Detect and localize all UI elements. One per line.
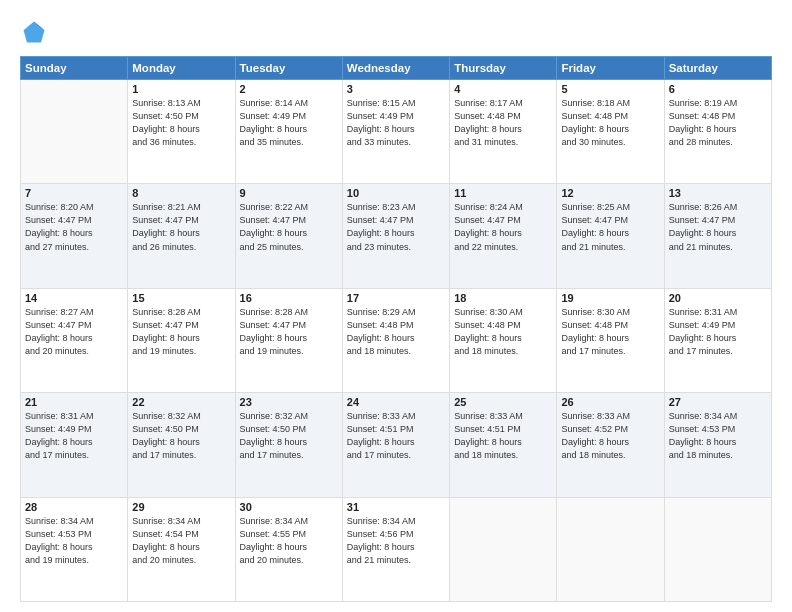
day-info: Sunrise: 8:32 AM Sunset: 4:50 PM Dayligh…: [240, 410, 338, 462]
calendar-cell: [664, 497, 771, 601]
day-info: Sunrise: 8:14 AM Sunset: 4:49 PM Dayligh…: [240, 97, 338, 149]
day-number: 27: [669, 396, 767, 408]
day-number: 5: [561, 83, 659, 95]
day-info: Sunrise: 8:13 AM Sunset: 4:50 PM Dayligh…: [132, 97, 230, 149]
weekday-header: Tuesday: [235, 57, 342, 80]
svg-marker-0: [24, 22, 45, 43]
day-number: 3: [347, 83, 445, 95]
calendar-cell: 5Sunrise: 8:18 AM Sunset: 4:48 PM Daylig…: [557, 80, 664, 184]
calendar-cell: 26Sunrise: 8:33 AM Sunset: 4:52 PM Dayli…: [557, 393, 664, 497]
day-number: 29: [132, 501, 230, 513]
calendar-cell: 16Sunrise: 8:28 AM Sunset: 4:47 PM Dayli…: [235, 288, 342, 392]
day-info: Sunrise: 8:19 AM Sunset: 4:48 PM Dayligh…: [669, 97, 767, 149]
calendar-cell: 8Sunrise: 8:21 AM Sunset: 4:47 PM Daylig…: [128, 184, 235, 288]
logo-icon: [20, 18, 48, 46]
calendar-cell: 27Sunrise: 8:34 AM Sunset: 4:53 PM Dayli…: [664, 393, 771, 497]
calendar-cell: 28Sunrise: 8:34 AM Sunset: 4:53 PM Dayli…: [21, 497, 128, 601]
day-info: Sunrise: 8:27 AM Sunset: 4:47 PM Dayligh…: [25, 306, 123, 358]
day-number: 31: [347, 501, 445, 513]
top-section: [20, 18, 772, 46]
day-number: 6: [669, 83, 767, 95]
day-number: 18: [454, 292, 552, 304]
calendar-cell: 22Sunrise: 8:32 AM Sunset: 4:50 PM Dayli…: [128, 393, 235, 497]
day-number: 24: [347, 396, 445, 408]
calendar-cell: 24Sunrise: 8:33 AM Sunset: 4:51 PM Dayli…: [342, 393, 449, 497]
day-info: Sunrise: 8:15 AM Sunset: 4:49 PM Dayligh…: [347, 97, 445, 149]
calendar-week-row: 14Sunrise: 8:27 AM Sunset: 4:47 PM Dayli…: [21, 288, 772, 392]
day-number: 7: [25, 187, 123, 199]
day-info: Sunrise: 8:26 AM Sunset: 4:47 PM Dayligh…: [669, 201, 767, 253]
calendar-header-row: SundayMondayTuesdayWednesdayThursdayFrid…: [21, 57, 772, 80]
logo: [20, 18, 52, 46]
day-info: Sunrise: 8:34 AM Sunset: 4:53 PM Dayligh…: [669, 410, 767, 462]
day-info: Sunrise: 8:17 AM Sunset: 4:48 PM Dayligh…: [454, 97, 552, 149]
calendar-week-row: 1Sunrise: 8:13 AM Sunset: 4:50 PM Daylig…: [21, 80, 772, 184]
page: SundayMondayTuesdayWednesdayThursdayFrid…: [0, 0, 792, 612]
calendar-week-row: 21Sunrise: 8:31 AM Sunset: 4:49 PM Dayli…: [21, 393, 772, 497]
calendar-cell: 2Sunrise: 8:14 AM Sunset: 4:49 PM Daylig…: [235, 80, 342, 184]
day-number: 4: [454, 83, 552, 95]
day-number: 15: [132, 292, 230, 304]
calendar-cell: 25Sunrise: 8:33 AM Sunset: 4:51 PM Dayli…: [450, 393, 557, 497]
day-info: Sunrise: 8:34 AM Sunset: 4:56 PM Dayligh…: [347, 515, 445, 567]
day-info: Sunrise: 8:34 AM Sunset: 4:54 PM Dayligh…: [132, 515, 230, 567]
calendar-cell: 21Sunrise: 8:31 AM Sunset: 4:49 PM Dayli…: [21, 393, 128, 497]
calendar-cell: 12Sunrise: 8:25 AM Sunset: 4:47 PM Dayli…: [557, 184, 664, 288]
day-info: Sunrise: 8:34 AM Sunset: 4:55 PM Dayligh…: [240, 515, 338, 567]
day-info: Sunrise: 8:28 AM Sunset: 4:47 PM Dayligh…: [132, 306, 230, 358]
calendar-table: SundayMondayTuesdayWednesdayThursdayFrid…: [20, 56, 772, 602]
day-number: 26: [561, 396, 659, 408]
day-info: Sunrise: 8:33 AM Sunset: 4:52 PM Dayligh…: [561, 410, 659, 462]
calendar-cell: 29Sunrise: 8:34 AM Sunset: 4:54 PM Dayli…: [128, 497, 235, 601]
calendar-cell: 9Sunrise: 8:22 AM Sunset: 4:47 PM Daylig…: [235, 184, 342, 288]
day-number: 22: [132, 396, 230, 408]
calendar-cell: 19Sunrise: 8:30 AM Sunset: 4:48 PM Dayli…: [557, 288, 664, 392]
day-number: 1: [132, 83, 230, 95]
weekday-header: Wednesday: [342, 57, 449, 80]
calendar-cell: 3Sunrise: 8:15 AM Sunset: 4:49 PM Daylig…: [342, 80, 449, 184]
calendar-cell: 13Sunrise: 8:26 AM Sunset: 4:47 PM Dayli…: [664, 184, 771, 288]
day-info: Sunrise: 8:28 AM Sunset: 4:47 PM Dayligh…: [240, 306, 338, 358]
day-info: Sunrise: 8:33 AM Sunset: 4:51 PM Dayligh…: [347, 410, 445, 462]
calendar-cell: 15Sunrise: 8:28 AM Sunset: 4:47 PM Dayli…: [128, 288, 235, 392]
day-info: Sunrise: 8:21 AM Sunset: 4:47 PM Dayligh…: [132, 201, 230, 253]
weekday-header: Sunday: [21, 57, 128, 80]
calendar-cell: [450, 497, 557, 601]
day-info: Sunrise: 8:30 AM Sunset: 4:48 PM Dayligh…: [561, 306, 659, 358]
calendar-cell: 31Sunrise: 8:34 AM Sunset: 4:56 PM Dayli…: [342, 497, 449, 601]
calendar-cell: 4Sunrise: 8:17 AM Sunset: 4:48 PM Daylig…: [450, 80, 557, 184]
calendar-cell: 11Sunrise: 8:24 AM Sunset: 4:47 PM Dayli…: [450, 184, 557, 288]
day-number: 17: [347, 292, 445, 304]
day-number: 25: [454, 396, 552, 408]
day-info: Sunrise: 8:30 AM Sunset: 4:48 PM Dayligh…: [454, 306, 552, 358]
day-info: Sunrise: 8:33 AM Sunset: 4:51 PM Dayligh…: [454, 410, 552, 462]
day-number: 11: [454, 187, 552, 199]
day-info: Sunrise: 8:24 AM Sunset: 4:47 PM Dayligh…: [454, 201, 552, 253]
day-info: Sunrise: 8:32 AM Sunset: 4:50 PM Dayligh…: [132, 410, 230, 462]
day-number: 12: [561, 187, 659, 199]
calendar-cell: 23Sunrise: 8:32 AM Sunset: 4:50 PM Dayli…: [235, 393, 342, 497]
day-number: 10: [347, 187, 445, 199]
weekday-header: Friday: [557, 57, 664, 80]
day-number: 16: [240, 292, 338, 304]
calendar-cell: 20Sunrise: 8:31 AM Sunset: 4:49 PM Dayli…: [664, 288, 771, 392]
calendar-cell: 1Sunrise: 8:13 AM Sunset: 4:50 PM Daylig…: [128, 80, 235, 184]
weekday-header: Saturday: [664, 57, 771, 80]
calendar-cell: 7Sunrise: 8:20 AM Sunset: 4:47 PM Daylig…: [21, 184, 128, 288]
day-number: 19: [561, 292, 659, 304]
day-info: Sunrise: 8:31 AM Sunset: 4:49 PM Dayligh…: [669, 306, 767, 358]
calendar-week-row: 28Sunrise: 8:34 AM Sunset: 4:53 PM Dayli…: [21, 497, 772, 601]
day-number: 2: [240, 83, 338, 95]
day-number: 21: [25, 396, 123, 408]
calendar-cell: 10Sunrise: 8:23 AM Sunset: 4:47 PM Dayli…: [342, 184, 449, 288]
calendar-cell: 30Sunrise: 8:34 AM Sunset: 4:55 PM Dayli…: [235, 497, 342, 601]
calendar-cell: 14Sunrise: 8:27 AM Sunset: 4:47 PM Dayli…: [21, 288, 128, 392]
day-info: Sunrise: 8:22 AM Sunset: 4:47 PM Dayligh…: [240, 201, 338, 253]
calendar-week-row: 7Sunrise: 8:20 AM Sunset: 4:47 PM Daylig…: [21, 184, 772, 288]
day-info: Sunrise: 8:20 AM Sunset: 4:47 PM Dayligh…: [25, 201, 123, 253]
calendar-cell: 18Sunrise: 8:30 AM Sunset: 4:48 PM Dayli…: [450, 288, 557, 392]
day-info: Sunrise: 8:23 AM Sunset: 4:47 PM Dayligh…: [347, 201, 445, 253]
day-number: 14: [25, 292, 123, 304]
weekday-header: Monday: [128, 57, 235, 80]
day-info: Sunrise: 8:31 AM Sunset: 4:49 PM Dayligh…: [25, 410, 123, 462]
